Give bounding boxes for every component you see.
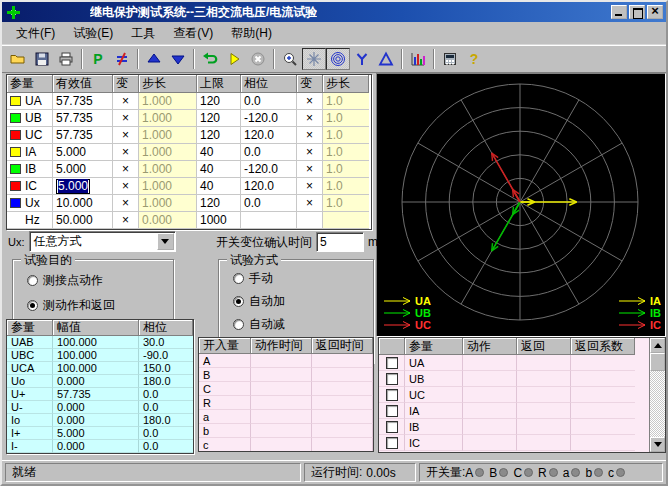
uc-step2-cell[interactable]: 1.0: [323, 127, 369, 144]
p-marker-button[interactable]: P: [86, 48, 110, 70]
ua-var2-cell[interactable]: ×: [297, 93, 323, 110]
radio-auto-decrease[interactable]: [233, 319, 244, 330]
ub-value-cell[interactable]: 57.735: [53, 110, 113, 127]
vertical-scrollbar[interactable]: [649, 338, 665, 452]
wye-connection-button[interactable]: [350, 48, 374, 70]
ua-checkbox[interactable]: [386, 357, 398, 369]
dropdown-button[interactable]: [157, 233, 174, 250]
ic-value-cell[interactable]: 5.000: [53, 178, 113, 195]
menu-tools[interactable]: 工具: [123, 23, 163, 44]
open-button[interactable]: [6, 48, 30, 70]
menu-help[interactable]: 帮助(H): [223, 23, 280, 44]
axes-view-button[interactable]: [302, 48, 326, 70]
hz-value-cell[interactable]: 50.000: [53, 212, 113, 229]
uc-checkbox[interactable]: [386, 389, 398, 401]
scroll-down-button[interactable]: [650, 437, 665, 452]
ub-step1-cell[interactable]: 1.000: [139, 110, 197, 127]
ux-var1-cell[interactable]: ×: [113, 195, 139, 212]
hz-limit-cell[interactable]: 1000: [197, 212, 241, 229]
ia-step1-cell[interactable]: 1.000: [139, 144, 197, 161]
ic-value-edit-field[interactable]: 5.000: [56, 179, 90, 194]
ia-limit-cell[interactable]: 40: [197, 144, 241, 161]
radio-auto-increase[interactable]: [233, 296, 244, 307]
ia-var2-cell[interactable]: ×: [297, 144, 323, 161]
ub-phase-cell[interactable]: -120.0: [241, 110, 297, 127]
hz-step2-cell[interactable]: [323, 212, 369, 229]
ia-step2-cell[interactable]: 1.0: [323, 144, 369, 161]
ic-var2-cell[interactable]: ×: [297, 178, 323, 195]
ib-value-cell[interactable]: 5.000: [53, 161, 113, 178]
scroll-thumb[interactable]: [650, 353, 665, 371]
ic-limit-cell[interactable]: 40: [197, 178, 241, 195]
ib-checkbox[interactable]: [386, 421, 398, 433]
menu-file[interactable]: 文件(F): [8, 23, 63, 44]
ia-phase-cell[interactable]: 0.0: [241, 144, 297, 161]
menu-view[interactable]: 查看(V): [165, 23, 221, 44]
ua-var1-cell[interactable]: ×: [113, 93, 139, 110]
ux-limit-cell[interactable]: 120: [197, 195, 241, 212]
ua-limit-cell[interactable]: 120: [197, 93, 241, 110]
ua-value-cell[interactable]: 57.735: [53, 93, 113, 110]
close-button[interactable]: [647, 5, 663, 19]
ux-value-cell[interactable]: 10.000: [53, 195, 113, 212]
polar-view-button[interactable]: [326, 48, 350, 70]
radio-action-and-return[interactable]: [27, 300, 38, 311]
delta-connection-button[interactable]: [374, 48, 398, 70]
ux-step2-cell[interactable]: 1.0: [323, 195, 369, 212]
uc-var1-cell[interactable]: ×: [113, 127, 139, 144]
ib-limit-cell[interactable]: 40: [197, 161, 241, 178]
radio-contact-action-label[interactable]: 测接点动作: [43, 272, 103, 289]
ic-checkbox[interactable]: [386, 437, 398, 449]
ub-var2-cell[interactable]: ×: [297, 110, 323, 127]
radio-contact-action[interactable]: [27, 275, 38, 286]
stop-test-button[interactable]: [246, 48, 270, 70]
radio-action-and-return-label[interactable]: 测动作和返回: [43, 297, 115, 314]
ua-step2-cell[interactable]: 1.0: [323, 93, 369, 110]
confirm-time-input[interactable]: 5: [316, 232, 364, 252]
radio-manual[interactable]: [233, 273, 244, 284]
ia-var1-cell[interactable]: ×: [113, 144, 139, 161]
menu-test[interactable]: 试验(E): [65, 23, 121, 44]
hz-step1-cell[interactable]: 0.000: [139, 212, 197, 229]
hz-var2-cell[interactable]: [297, 212, 323, 229]
ib-step1-cell[interactable]: 1.000: [139, 161, 197, 178]
ua-step1-cell[interactable]: 1.000: [139, 93, 197, 110]
uc-var2-cell[interactable]: ×: [297, 127, 323, 144]
maximize-button[interactable]: [629, 5, 645, 19]
ic-step1-cell[interactable]: 1.000: [139, 178, 197, 195]
step-up-button[interactable]: [142, 48, 166, 70]
ic-var1-cell[interactable]: ×: [113, 178, 139, 195]
scroll-up-button[interactable]: [650, 338, 665, 353]
start-test-button[interactable]: [222, 48, 246, 70]
ic-phase-cell[interactable]: 120.0: [241, 178, 297, 195]
calculator-button[interactable]: [438, 48, 462, 70]
ib-var1-cell[interactable]: ×: [113, 161, 139, 178]
uc-limit-cell[interactable]: 120: [197, 127, 241, 144]
ub-checkbox[interactable]: [386, 373, 398, 385]
hz-phase-cell[interactable]: [241, 212, 297, 229]
uc-phase-cell[interactable]: 120.0: [241, 127, 297, 144]
print-button[interactable]: [54, 48, 78, 70]
step-down-button[interactable]: [166, 48, 190, 70]
radio-manual-label[interactable]: 手动: [249, 270, 273, 287]
ia-checkbox[interactable]: [386, 405, 398, 417]
ux-mode-select[interactable]: 任意方式: [29, 231, 176, 252]
uc-step1-cell[interactable]: 1.000: [139, 127, 197, 144]
hz-var1-cell[interactable]: ×: [113, 212, 139, 229]
radio-auto-increase-label[interactable]: 自动加: [249, 293, 285, 310]
ib-phase-cell[interactable]: -120.0: [241, 161, 297, 178]
help-button[interactable]: ?: [462, 48, 486, 70]
scroll-track[interactable]: [650, 371, 665, 437]
radio-auto-decrease-label[interactable]: 自动减: [249, 316, 285, 333]
ia-value-cell[interactable]: 5.000: [53, 144, 113, 161]
zoom-button[interactable]: [278, 48, 302, 70]
ub-limit-cell[interactable]: 120: [197, 110, 241, 127]
ub-step2-cell[interactable]: 1.0: [323, 110, 369, 127]
ub-var1-cell[interactable]: ×: [113, 110, 139, 127]
ux-var2-cell[interactable]: ×: [297, 195, 323, 212]
save-button[interactable]: [30, 48, 54, 70]
ic-step2-cell[interactable]: 1.0: [323, 178, 369, 195]
undo-button[interactable]: [198, 48, 222, 70]
phase-sequence-button[interactable]: [110, 48, 134, 70]
minimize-button[interactable]: [611, 5, 627, 19]
